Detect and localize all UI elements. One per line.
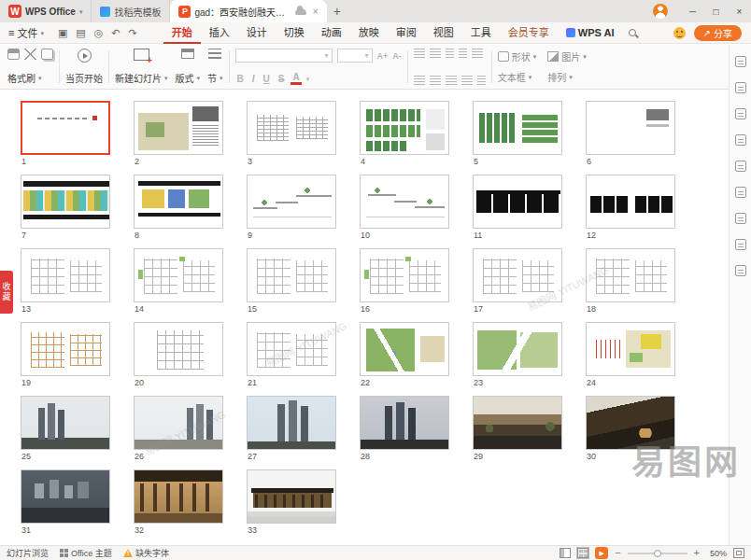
slide-thumbnail[interactable]: 7 [21, 175, 110, 240]
zoom-in-button[interactable]: + [694, 548, 700, 558]
slide-thumb-image[interactable] [247, 101, 336, 155]
paste-icon[interactable] [7, 49, 20, 60]
slide-thumbnail[interactable]: 32 [134, 469, 223, 535]
user-avatar[interactable] [653, 4, 668, 19]
slide-thumbnail[interactable]: 15 [247, 248, 336, 314]
increase-indent-icon[interactable] [459, 49, 467, 58]
mindmap-icon[interactable] [735, 187, 746, 198]
print-icon[interactable]: ▤ [76, 28, 85, 38]
slide-thumb-image[interactable] [21, 322, 110, 376]
slide-thumbnail[interactable]: 27 [247, 396, 336, 461]
italic-button[interactable]: I [250, 74, 257, 84]
tab-docer-template[interactable]: 找稻壳模板 [91, 0, 170, 22]
minimize-button[interactable]: ─ [681, 0, 704, 22]
line-spacing-icon[interactable] [472, 49, 483, 58]
picture-button[interactable]: 图片 ▾ [547, 49, 587, 63]
slide-sorter-area[interactable]: 1234567891011121314151617181920212223242… [0, 91, 729, 545]
ribbon-tab[interactable]: 设计 [238, 22, 276, 44]
slide-thumbnail[interactable]: 28 [360, 396, 449, 461]
cut-icon[interactable] [24, 49, 36, 60]
new-tab-button[interactable]: + [327, 2, 347, 21]
zoom-slider[interactable] [628, 553, 687, 554]
slide-thumb-image[interactable] [586, 101, 675, 155]
slide-thumbnail[interactable]: 31 [21, 469, 110, 535]
strikethrough-button[interactable]: S [276, 74, 287, 84]
zoom-out-button[interactable]: − [615, 548, 620, 558]
slide-thumb-image[interactable] [473, 101, 562, 155]
font-family-select[interactable]: ▾ [235, 49, 333, 63]
ribbon-tab[interactable]: WPS AI [558, 22, 623, 44]
slide-thumbnail[interactable]: 10 [360, 175, 449, 240]
slide-thumb-image[interactable] [21, 175, 110, 229]
properties-icon[interactable] [735, 56, 746, 67]
slide-thumb-image[interactable] [21, 396, 110, 450]
slide-thumbnail[interactable]: 23 [473, 322, 562, 387]
slide-thumb-image[interactable] [360, 396, 449, 450]
icons-library-icon[interactable] [735, 134, 746, 146]
align-right-icon[interactable] [446, 76, 457, 85]
fit-screen-icon[interactable] [733, 548, 744, 558]
normal-view-button[interactable] [560, 548, 571, 558]
slide-thumb-image[interactable] [134, 101, 223, 155]
section-button[interactable]: 节▾ [204, 48, 227, 86]
slide-thumbnail[interactable]: 11 [473, 175, 562, 240]
slide-thumbnail[interactable]: 24 [586, 322, 675, 387]
save-icon[interactable]: ▣ [58, 28, 67, 38]
slide-thumb-image[interactable] [134, 248, 223, 302]
slide-thumb-image[interactable] [134, 322, 223, 376]
slide-thumbnail[interactable]: 25 [21, 396, 110, 461]
numbered-list-icon[interactable] [430, 49, 441, 58]
slide-thumbnail[interactable]: 16 [360, 248, 449, 314]
slide-thumb-image[interactable] [247, 469, 336, 524]
play-from-current-button[interactable]: 当页开始 [62, 48, 106, 86]
tab-current-document[interactable]: P gad：西安融创融天城高层+… × [170, 0, 326, 22]
bullet-list-icon[interactable] [414, 49, 425, 58]
increase-font-icon[interactable]: A+ [377, 51, 389, 61]
ribbon-tab[interactable]: 会员专享 [500, 22, 558, 44]
ribbon-tab[interactable]: 动画 [313, 22, 350, 44]
charts-icon[interactable] [735, 161, 746, 172]
favorite-ribbon[interactable]: 收藏 [0, 271, 13, 314]
materials-icon[interactable] [735, 108, 746, 119]
redo-icon[interactable]: ↷ [129, 28, 137, 38]
justify-icon[interactable] [461, 76, 473, 85]
font-color-button[interactable]: A [290, 73, 301, 85]
underline-button[interactable]: U [262, 74, 272, 84]
new-slide-button[interactable]: 新建幻灯片▾ [111, 48, 172, 86]
slide-thumb-image[interactable] [21, 248, 110, 302]
format-painter-button[interactable]: 格式刷 ▾ [7, 71, 53, 85]
slide-thumbnail[interactable]: 3 [247, 101, 336, 166]
slide-thumbnail[interactable]: 8 [134, 175, 223, 240]
slide-thumb-image[interactable] [360, 175, 449, 229]
slide-thumbnail[interactable]: 4 [360, 101, 449, 166]
decrease-indent-icon[interactable] [446, 49, 454, 58]
slide-thumb-image[interactable] [586, 322, 675, 376]
layout-button[interactable]: 版式▾ [172, 48, 205, 86]
slide-thumb-image[interactable] [247, 175, 336, 229]
more-tools-icon[interactable] [735, 265, 746, 276]
slide-thumbnail[interactable]: 9 [247, 175, 336, 240]
screenshot-icon[interactable] [735, 239, 746, 250]
shapes-button[interactable]: 形状 ▾ [498, 49, 537, 63]
tab-close-icon[interactable]: × [312, 7, 318, 17]
ribbon-tab[interactable]: 视图 [425, 22, 462, 44]
slide-thumb-image[interactable] [21, 469, 110, 524]
text-direction-icon[interactable] [477, 76, 486, 85]
designer-icon[interactable] [735, 82, 746, 93]
slide-thumbnail[interactable]: 22 [360, 322, 449, 387]
slide-thumb-image[interactable] [360, 322, 449, 376]
copy-icon[interactable] [41, 49, 53, 60]
slide-thumbnail[interactable]: 12 [586, 175, 675, 240]
slide-thumbnail[interactable]: 6 [586, 101, 675, 166]
zoom-slider-handle[interactable] [654, 550, 661, 557]
slide-thumb-image[interactable] [247, 248, 336, 302]
slide-thumb-image[interactable] [473, 396, 562, 450]
font-size-select[interactable]: ▾ [337, 49, 373, 63]
slide-thumb-image[interactable] [473, 322, 562, 376]
slideshow-play-button[interactable]: ▶ [595, 547, 608, 559]
slide-thumb-image[interactable] [586, 175, 675, 229]
arrange-button[interactable]: 排列 ▾ [547, 70, 587, 84]
slide-thumb-image[interactable] [360, 248, 449, 302]
align-center-icon[interactable] [430, 76, 441, 85]
slide-thumbnail[interactable]: 13 [21, 248, 110, 314]
